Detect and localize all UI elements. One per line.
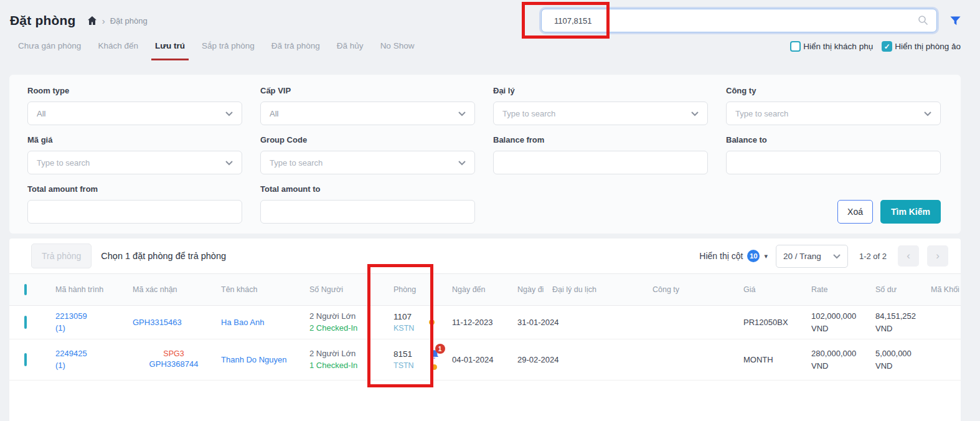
filter-icon[interactable] xyxy=(949,15,961,27)
field-label: Mã giá xyxy=(27,135,242,144)
chevron-left-icon: ‹ xyxy=(907,250,910,262)
arrival-date: 04-01-2024 xyxy=(445,355,504,364)
toggle-label: Hiển thị khách phụ xyxy=(803,42,873,51)
tab-khach-den[interactable]: Khách đến xyxy=(94,39,142,60)
guests-count: 2 Người Lớn xyxy=(309,348,374,360)
toggle-label: Hiển thị phòng ảo xyxy=(895,42,961,51)
field-label: Group Code xyxy=(260,135,475,144)
row-checkbox[interactable] xyxy=(24,353,27,366)
confirmation-link[interactable]: GPH3368744 xyxy=(133,359,215,371)
arrival-date: 11-12-2023 xyxy=(445,318,504,327)
rate-amount: 102,000,000 xyxy=(811,310,850,323)
top-bar: Đặt phòng › Đặt phòng xyxy=(0,0,980,32)
checkout-button[interactable]: Trả phòng xyxy=(31,244,92,268)
balance-amount: 5,000,000 xyxy=(875,348,915,360)
field-group-code: Group Code Type to search xyxy=(260,135,475,174)
selection-hint: Chọn 1 đặt phòng để trả phòng xyxy=(101,251,226,261)
col-header-arrival: Ngày đến xyxy=(445,285,504,294)
table-row: 2249425 (1) SPG3 GPH3368744 Thanh Do Ngu… xyxy=(9,339,961,381)
total-amount-to-input[interactable] xyxy=(260,200,475,224)
room-type-select[interactable]: All xyxy=(27,102,242,125)
guest-link[interactable]: Ha Bao Anh xyxy=(221,318,264,327)
itinerary-note[interactable]: (1) xyxy=(55,323,128,334)
itinerary-link[interactable]: 2213059 xyxy=(55,311,128,323)
tab-da-huy[interactable]: Đã hủy xyxy=(333,39,367,60)
tab-da-tra-phong[interactable]: Đã trả phòng xyxy=(268,39,324,60)
next-page-button[interactable]: › xyxy=(927,245,948,267)
field-total-amount-from: Total amount from xyxy=(27,184,242,224)
show-virtual-rooms-checkbox[interactable] xyxy=(882,41,892,52)
chevron-down-icon xyxy=(458,109,466,118)
row-checkbox[interactable] xyxy=(24,316,27,329)
col-header-room: Phòng xyxy=(374,285,445,294)
itinerary-link[interactable]: 2249425 xyxy=(55,348,128,360)
toggle-show-extra-guests: Hiển thị khách phụ xyxy=(790,41,873,52)
guests-count: 2 Người Lớn xyxy=(309,311,374,323)
field-rate-code: Mã giá Type to search xyxy=(27,135,242,174)
toggle-show-virtual-rooms: Hiển thị phòng ảo xyxy=(882,41,961,52)
results-panel: Trả phòng Chọn 1 đặt phòng để trả phòng … xyxy=(9,239,961,421)
confirmation-link[interactable]: GPH3315463 xyxy=(133,318,182,327)
room-type-code: TSTN xyxy=(393,360,414,371)
tabs-row: Chưa gán phòng Khách đến Lưu trú Sắp trả… xyxy=(14,39,961,67)
col-header-block: Mã Khối xyxy=(915,285,961,294)
chevron-down-icon xyxy=(458,158,466,168)
chevron-down-icon xyxy=(833,252,841,261)
page-size-select[interactable]: 20 / Trang xyxy=(776,245,848,268)
notification-bell-icon[interactable]: 1 xyxy=(429,349,440,360)
tab-no-show[interactable]: No Show xyxy=(377,39,418,60)
field-label: Balance to xyxy=(726,135,941,144)
select-all-checkbox[interactable] xyxy=(24,284,27,295)
pagination-range: 1-2 of 2 xyxy=(859,252,887,261)
field-label: Total amount from xyxy=(27,184,242,194)
table-toolbar: Trả phòng Chọn 1 đặt phòng để trả phòng … xyxy=(9,239,961,273)
company-select[interactable]: Type to search xyxy=(726,102,941,125)
guest-link[interactable]: Thanh Do Nguyen xyxy=(221,355,287,364)
search-input[interactable] xyxy=(541,9,937,32)
agent-select[interactable]: Type to search xyxy=(493,102,708,125)
clear-button[interactable]: Xoá xyxy=(837,200,873,224)
prev-page-button[interactable]: ‹ xyxy=(898,245,919,267)
tab-sap-tra-phong[interactable]: Sắp trả phòng xyxy=(198,39,258,60)
status-tabs: Chưa gán phòng Khách đến Lưu trú Sắp trả… xyxy=(14,39,418,60)
tab-chua-gan-phong[interactable]: Chưa gán phòng xyxy=(14,39,85,60)
col-header-travel-agent: Đại lý du lịch xyxy=(551,285,635,294)
price-code: PR12050BX xyxy=(716,318,784,327)
chevron-down-icon xyxy=(225,109,233,118)
price-code: MONTH xyxy=(716,355,784,364)
rate-code-select[interactable]: Type to search xyxy=(27,151,242,174)
breadcrumb: › Đặt phòng xyxy=(87,16,148,26)
group-code-select[interactable]: Type to search xyxy=(260,151,475,174)
col-header-confirmation: Mã xác nhận xyxy=(128,285,215,294)
chevron-down-icon xyxy=(924,109,931,118)
departure-date: 31-01-2024 xyxy=(504,318,551,327)
home-icon[interactable] xyxy=(87,16,97,26)
search-button[interactable]: Tìm Kiếm xyxy=(880,200,941,224)
vip-level-select[interactable]: All xyxy=(260,102,475,125)
tab-luu-tru[interactable]: Lưu trú xyxy=(151,39,189,60)
col-header-price: Giá xyxy=(716,285,784,294)
show-extra-guests-checkbox[interactable] xyxy=(790,41,801,52)
col-header-people: Số Người xyxy=(302,285,374,294)
balance-from-input[interactable] xyxy=(493,151,708,174)
balance-amount: 84,151,252 xyxy=(875,310,915,323)
field-room-type: Room type All xyxy=(27,86,242,125)
field-balance-from: Balance from xyxy=(493,135,708,174)
total-amount-from-input[interactable] xyxy=(27,200,242,224)
balance-to-input[interactable] xyxy=(726,151,941,174)
balance-currency: VND xyxy=(875,360,915,372)
status-dot-icon xyxy=(431,364,437,370)
col-header-rate: Rate xyxy=(784,285,850,294)
col-header-company: Công ty xyxy=(635,285,716,294)
field-balance-to: Balance to xyxy=(726,135,941,174)
columns-dropdown[interactable]: Hiển thị cột 10 ▾ xyxy=(699,250,768,262)
col-header-guest: Tên khách xyxy=(215,285,302,294)
departure-date: 29-02-2024 xyxy=(504,355,551,364)
itinerary-note[interactable]: (1) xyxy=(55,360,128,372)
table-header-row: Mã hành trình Mã xác nhận Tên khách Số N… xyxy=(9,273,961,306)
balance-currency: VND xyxy=(875,323,915,335)
col-header-departure: Ngày đi xyxy=(504,285,551,294)
breadcrumb-item[interactable]: Đặt phòng xyxy=(110,16,148,26)
room-number: 1107 xyxy=(393,311,414,323)
rate-currency: VND xyxy=(811,323,850,335)
